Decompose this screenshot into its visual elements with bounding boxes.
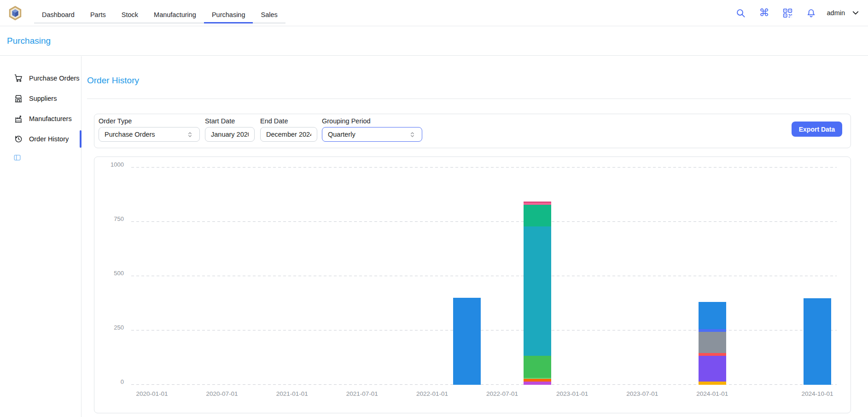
username-label: admin — [827, 9, 845, 17]
sidebar-item-purchase-orders[interactable]: Purchase Orders — [0, 68, 81, 88]
bar-segment-2024-01-01 — [699, 356, 726, 382]
order-type-label: Order Type — [99, 117, 132, 125]
bar-segment-2024-10-01 — [804, 298, 831, 385]
sidebar-item-suppliers[interactable]: Suppliers — [0, 88, 81, 109]
stacked-bar-chart: 025050075010002020-01-012020-07-012021-0… — [131, 168, 837, 385]
y-axis-tick-label: 1000 — [96, 161, 124, 168]
bar-segment-2022-10-01 — [524, 379, 551, 382]
bar-segment-2022-04-01 — [453, 298, 481, 385]
gridline-y-500 — [131, 276, 837, 276]
sidebar: Purchase OrdersSuppliersManufacturersOrd… — [0, 56, 82, 417]
bar-segment-2024-01-01 — [699, 382, 726, 385]
sidebar-item-manufacturers[interactable]: Manufacturers — [0, 109, 81, 129]
grouping-period-value: Quarterly — [328, 131, 355, 138]
command-palette-icon[interactable]: ⌘ — [759, 7, 770, 18]
y-axis-tick-label: 0 — [96, 378, 124, 385]
bar-segment-2022-10-01 — [524, 382, 551, 385]
y-axis-tick-label: 500 — [96, 270, 124, 277]
bar-segment-2022-10-01 — [524, 356, 551, 378]
export-data-button[interactable]: Export Data — [792, 122, 842, 137]
page-header: Purchasing — [0, 27, 868, 56]
x-axis-tick-label: 2020-07-01 — [197, 390, 247, 397]
x-axis-tick-label: 2024-10-01 — [792, 390, 843, 397]
grouping-period-select[interactable]: Quarterly — [322, 127, 422, 142]
x-axis-tick-label: 2020-01-01 — [127, 390, 177, 397]
select-chevrons-icon — [408, 131, 416, 139]
user-menu[interactable]: admin — [827, 9, 860, 17]
chevron-down-icon — [851, 9, 860, 17]
inventree-logo[interactable] — [8, 6, 22, 21]
bar-segment-2024-01-01 — [699, 353, 726, 356]
bell-icon[interactable] — [806, 7, 817, 18]
cart-icon — [14, 74, 23, 83]
sidebar-item-label: Suppliers — [29, 95, 57, 102]
bar-segment-2024-01-01 — [699, 329, 726, 332]
collapse-sidebar-icon[interactable] — [13, 154, 21, 162]
gridline-y-750 — [131, 221, 837, 222]
y-axis-tick-label: 750 — [96, 215, 124, 222]
x-axis-tick-label: 2022-07-01 — [477, 390, 528, 397]
history-icon — [14, 134, 23, 144]
bar-segment-2022-10-01 — [524, 202, 551, 203]
end-date-input[interactable] — [260, 127, 317, 142]
end-date-label: End Date — [260, 117, 288, 125]
main-nav-tabs: DashboardPartsStockManufacturingPurchasi… — [34, 7, 285, 23]
x-axis-tick-label: 2022-01-01 — [407, 390, 457, 397]
bar-segment-2024-01-01 — [699, 302, 726, 329]
hexagon-logo-icon — [8, 6, 22, 21]
order-type-value: Purchase Orders — [105, 131, 155, 138]
sidebar-item-label: Order History — [29, 135, 69, 143]
section-divider — [87, 98, 851, 99]
gridline-y-250 — [131, 330, 837, 330]
bar-segment-2022-10-01 — [524, 205, 551, 226]
tab-purchasing[interactable]: Purchasing — [204, 7, 253, 23]
tab-parts[interactable]: Parts — [82, 7, 114, 23]
sidebar-item-order-history[interactable]: Order History — [0, 129, 81, 149]
sidebar-item-label: Manufacturers — [29, 115, 72, 122]
factory-icon — [14, 114, 23, 123]
order-history-chart-card: 025050075010002020-01-012020-07-012021-0… — [94, 156, 851, 413]
x-axis-tick-label: 2023-07-01 — [617, 390, 668, 397]
order-type-select[interactable]: Purchase Orders — [99, 127, 200, 142]
tab-sales[interactable]: Sales — [253, 7, 285, 23]
x-axis-tick-label: 2023-01-01 — [547, 390, 598, 397]
x-axis-tick-label: 2021-07-01 — [337, 390, 387, 397]
page-title: Purchasing — [7, 36, 51, 46]
grouping-period-label: Grouping Period — [322, 117, 371, 125]
select-chevrons-icon — [186, 131, 194, 139]
bar-segment-2022-10-01 — [524, 226, 551, 356]
tab-manufacturing[interactable]: Manufacturing — [146, 7, 204, 23]
top-navbar: DashboardPartsStockManufacturingPurchasi… — [0, 0, 868, 26]
y-axis-tick-label: 250 — [96, 324, 124, 331]
gridline-y-1000 — [131, 167, 837, 168]
section-title: Order History — [87, 75, 139, 86]
tab-stock[interactable]: Stock — [114, 7, 146, 23]
start-date-input[interactable] — [205, 127, 255, 142]
gridline-y-0 — [131, 384, 837, 385]
bar-segment-2022-10-01 — [524, 378, 551, 379]
start-date-label: Start Date — [205, 117, 235, 125]
bar-segment-2022-10-01 — [524, 203, 551, 204]
chart-filter-panel: Order Type Purchase Orders Start Date En… — [94, 114, 851, 148]
sidebar-item-label: Purchase Orders — [29, 75, 80, 82]
x-axis-tick-label: 2024-01-01 — [687, 390, 738, 397]
storefront-icon — [14, 94, 23, 103]
x-axis-tick-label: 2021-01-01 — [267, 390, 317, 397]
bar-segment-2024-01-01 — [699, 332, 726, 353]
tab-dashboard[interactable]: Dashboard — [34, 7, 82, 23]
app-window: DashboardPartsStockManufacturingPurchasi… — [0, 0, 868, 417]
barcode-scan-icon[interactable] — [782, 7, 793, 18]
search-icon[interactable] — [735, 7, 746, 18]
navbar-actions: ⌘ — [735, 7, 817, 18]
